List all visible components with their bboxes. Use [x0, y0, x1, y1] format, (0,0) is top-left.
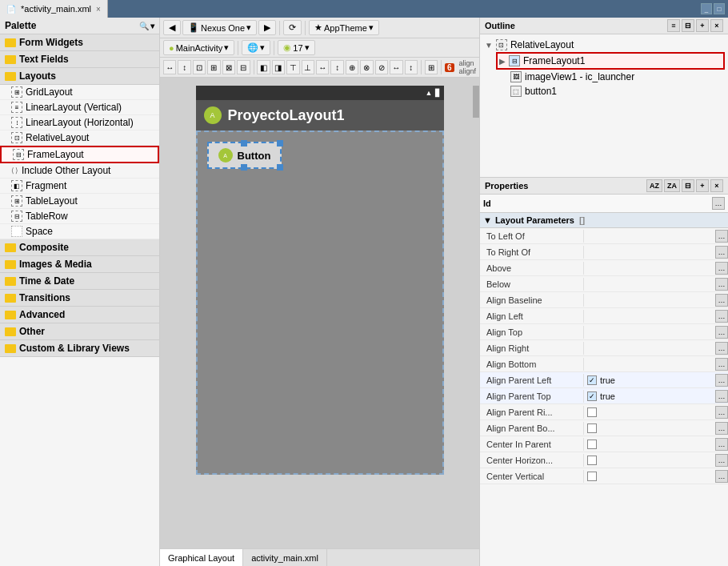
palette-item-linearlayout-h[interactable]: ⫶ LinearLayout (Horizontal): [0, 115, 159, 130]
palette-item-include[interactable]: ⟨ ⟩ Include Other Layout: [0, 163, 159, 179]
props-more-align-baseline[interactable]: …: [715, 294, 728, 307]
outline-item-framelayout1[interactable]: ▶ ⊟ FrameLayout1: [496, 52, 725, 70]
device-dropdown[interactable]: 📱 Nexus One ▾: [182, 20, 257, 35]
palette-item-gridlayout[interactable]: ⊞ GridLayout: [0, 85, 159, 100]
section-other[interactable]: Other: [0, 323, 159, 340]
section-images-media[interactable]: Images & Media: [0, 256, 159, 273]
api-dropdown[interactable]: ◉ 17 ▾: [278, 40, 314, 55]
layout-btn-7[interactable]: ◧: [257, 60, 270, 74]
canvas-scrollbar-v[interactable]: [473, 78, 479, 548]
palette-item-linearlayout-v[interactable]: ≡ LinearLayout (Vertical): [0, 100, 159, 115]
resize-handle-tm[interactable]: [241, 140, 247, 147]
checkbox-align-parent-top[interactable]: ✓: [587, 391, 597, 401]
layout-canvas[interactable]: A Button: [196, 130, 444, 475]
checkbox-center-in-parent[interactable]: [587, 440, 597, 449]
layout-btn-12[interactable]: ↕: [330, 60, 343, 74]
layout-btn-8[interactable]: ◨: [272, 60, 285, 74]
tab-graphical-layout[interactable]: Graphical Layout: [160, 549, 243, 566]
button-widget[interactable]: A Button: [207, 142, 282, 169]
layout-btn-13[interactable]: ⊕: [346, 60, 358, 74]
props-more-center-in-parent[interactable]: …: [715, 438, 728, 451]
locale-dropdown[interactable]: 🌐 ▾: [242, 40, 270, 55]
layout-btn-14[interactable]: ⊗: [360, 60, 373, 74]
scrollbar-thumb-v[interactable]: [473, 86, 479, 118]
props-collapse-btn[interactable]: ⊟: [682, 179, 694, 192]
section-time-date[interactable]: Time & Date: [0, 273, 159, 290]
checkbox-align-parent-left[interactable]: ✓: [587, 375, 597, 385]
section-advanced[interactable]: Advanced: [0, 307, 159, 323]
palette-search-icon[interactable]: 🔍: [139, 22, 149, 30]
section-composite[interactable]: Composite: [0, 239, 159, 256]
layout-btn-1[interactable]: ↔: [163, 60, 176, 74]
props-more-below[interactable]: …: [715, 278, 728, 291]
props-more-align-left[interactable]: …: [715, 310, 728, 323]
section-transitions[interactable]: Transitions: [0, 290, 159, 307]
palette-item-fragment[interactable]: ◧ Fragment: [0, 179, 159, 194]
layout-btn-3[interactable]: ⊡: [193, 60, 206, 74]
layout-btn-17[interactable]: ↕: [405, 60, 418, 74]
section-text-fields[interactable]: Text Fields: [0, 51, 159, 68]
maximize-btn[interactable]: □: [714, 3, 725, 14]
palette-collapse-icon[interactable]: ▾: [150, 22, 154, 30]
minimize-btn[interactable]: _: [701, 3, 712, 14]
props-more-align-bottom[interactable]: …: [715, 358, 728, 371]
layout-btn-5[interactable]: ⊠: [222, 60, 235, 74]
props-more-align-top[interactable]: …: [715, 326, 728, 339]
layout-btn-2[interactable]: ↕: [178, 60, 190, 74]
layout-btn-9[interactable]: ⊤: [286, 60, 299, 74]
close-icon[interactable]: ×: [96, 5, 101, 14]
layout-btn-15[interactable]: ⊘: [375, 60, 388, 74]
checkbox-center-horizontal[interactable]: [587, 456, 597, 465]
layout-btn-16[interactable]: ↔: [390, 60, 402, 74]
rotate-btn[interactable]: ⟳: [283, 20, 302, 35]
resize-handle-bm[interactable]: [241, 164, 247, 171]
theme-dropdown[interactable]: ★ AppTheme ▾: [309, 20, 379, 35]
activity-dropdown[interactable]: ● MainActivity ▾: [163, 40, 234, 55]
props-more-align-parent-top[interactable]: …: [715, 390, 728, 403]
palette-item-tablerow[interactable]: ⊟ TableRow: [0, 209, 159, 224]
props-sort-za-btn[interactable]: ZA: [664, 179, 680, 192]
props-id-more-btn[interactable]: …: [712, 197, 725, 210]
checkbox-align-parent-right[interactable]: [587, 407, 597, 417]
resize-handle-br[interactable]: [277, 164, 283, 171]
prev-btn[interactable]: ◀: [163, 20, 181, 35]
props-more-align-parent-bottom[interactable]: …: [715, 422, 728, 435]
resize-handle-tr[interactable]: [277, 140, 283, 147]
props-layout-params-header[interactable]: ▼ Layout Parameters []: [480, 213, 728, 228]
outline-item-imageview1[interactable]: 🖼 imageView1 - ic_launcher: [509, 70, 725, 84]
props-more-center-horizontal[interactable]: …: [715, 454, 728, 467]
canvas-area[interactable]: ▲ ▊ A ProyectoLayout1 A Button: [160, 78, 479, 548]
tab-activity-xml[interactable]: activity_main.xml: [243, 549, 327, 566]
palette-item-relativelayout[interactable]: ⊡ RelativeLayout: [0, 130, 159, 146]
props-close-btn[interactable]: ×: [710, 179, 723, 192]
outline-item-button1[interactable]: ⬚ button1: [509, 84, 725, 98]
props-more-align-parent-right[interactable]: …: [715, 406, 728, 419]
layout-btn-4[interactable]: ⊞: [207, 60, 220, 74]
checkbox-align-parent-bottom[interactable]: [587, 423, 597, 433]
section-form-widgets[interactable]: Form Widgets: [0, 34, 159, 51]
layout-btn-6[interactable]: ⊟: [237, 60, 250, 74]
outline-close-btn[interactable]: ×: [710, 19, 723, 32]
checkbox-center-vertical[interactable]: [587, 472, 597, 481]
layout-btn-11[interactable]: ↔: [316, 60, 329, 74]
section-custom[interactable]: Custom & Library Views: [0, 340, 159, 357]
outline-sort-btn[interactable]: ≡: [667, 19, 680, 32]
palette-item-tablelayout[interactable]: ⊞ TableLayout: [0, 194, 159, 209]
palette-item-space[interactable]: Space: [0, 224, 159, 239]
title-tab[interactable]: 📄 *activity_main.xml ×: [0, 0, 108, 18]
outline-new-btn[interactable]: +: [696, 19, 709, 32]
outline-collapse-btn[interactable]: ⊟: [682, 19, 694, 32]
props-more-to-left-of[interactable]: …: [715, 230, 728, 243]
next-btn[interactable]: ▶: [258, 20, 276, 35]
layout-btn-18[interactable]: ⊞: [425, 60, 438, 74]
props-more-align-parent-left[interactable]: …: [715, 374, 728, 387]
section-layouts[interactable]: Layouts: [0, 68, 159, 85]
layout-btn-10[interactable]: ⊥: [302, 60, 314, 74]
props-more-to-right-of[interactable]: …: [715, 246, 728, 259]
props-sort-az-btn[interactable]: AZ: [646, 179, 662, 192]
props-new-btn[interactable]: +: [696, 179, 709, 192]
props-more-above[interactable]: …: [715, 262, 728, 275]
props-more-align-right[interactable]: …: [715, 342, 728, 355]
outline-item-relativelayout[interactable]: ▼ ⊡ RelativeLayout: [483, 38, 725, 52]
props-more-center-vertical[interactable]: …: [715, 470, 728, 483]
